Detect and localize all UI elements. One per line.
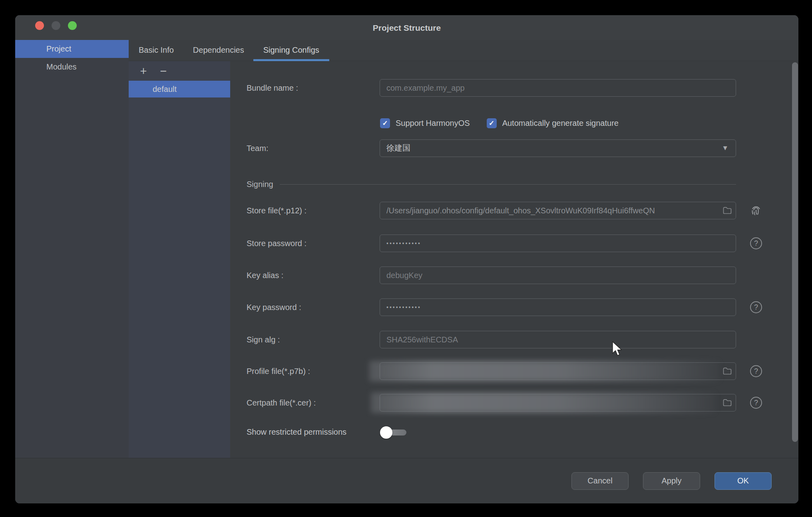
sign-alg-label: Sign alg :	[247, 331, 280, 348]
toggle-knob[interactable]	[380, 426, 392, 439]
sidebar: Project Modules	[15, 40, 129, 458]
folder-browse-icon[interactable]	[722, 399, 732, 407]
apply-button[interactable]: Apply	[643, 472, 700, 490]
key-password-help-icon[interactable]: ?	[750, 301, 762, 313]
show-restricted-permissions-toggle[interactable]	[380, 425, 408, 440]
title-bar: Project Structure	[15, 15, 798, 40]
sign-alg-input[interactable]	[380, 331, 736, 348]
fingerprint-icon[interactable]	[750, 205, 762, 217]
key-alias-input[interactable]	[380, 266, 736, 284]
ok-button[interactable]: OK	[714, 472, 772, 490]
add-config-button[interactable]: +	[138, 66, 149, 76]
config-list-toolbar: + −	[129, 61, 230, 81]
bundle-name-label: Bundle name :	[247, 79, 298, 97]
remove-config-button[interactable]: −	[158, 66, 169, 76]
store-password-help-icon[interactable]: ?	[750, 237, 762, 249]
key-alias-label: Key alias :	[247, 266, 283, 284]
team-select[interactable]: 徐建国 ▼	[380, 139, 736, 157]
store-password-input[interactable]	[380, 235, 736, 252]
auto-generate-signature-label: Automatically generate signature	[502, 119, 619, 128]
support-harmonyos-label: Support HarmonyOS	[396, 119, 470, 128]
show-restricted-permissions-label: Show restricted permissions	[247, 423, 346, 441]
signing-section-header: Signing	[247, 179, 736, 189]
tab-dependencies[interactable]: Dependencies	[193, 40, 244, 61]
certpath-file-help-icon[interactable]: ?	[750, 397, 762, 409]
folder-browse-icon[interactable]	[722, 207, 732, 215]
signing-configs-form: Bundle name : ✓ Support HarmonyOS ✓ Auto…	[230, 61, 798, 458]
chevron-down-icon[interactable]: ▼	[722, 140, 728, 157]
sidebar-item-project[interactable]: Project	[15, 40, 129, 58]
cancel-button[interactable]: Cancel	[571, 472, 629, 490]
key-password-label: Key password :	[247, 298, 301, 316]
bundle-name-input[interactable]	[380, 79, 736, 97]
checkbox-checked-icon[interactable]: ✓	[380, 118, 390, 128]
project-structure-dialog: Project Structure Project Modules Basic …	[15, 15, 798, 503]
profile-file-redaction-blur	[369, 361, 719, 382]
signing-options-row: ✓ Support HarmonyOS ✓ Automatically gene…	[380, 118, 619, 128]
vertical-scrollbar[interactable]	[792, 62, 798, 442]
tab-bar: Basic Info Dependencies Signing Configs	[129, 40, 798, 61]
signing-section-title: Signing	[247, 180, 273, 189]
team-selected-value: 徐建国	[386, 143, 410, 152]
store-file-label: Store file(*.p12) :	[247, 202, 306, 219]
tab-basic-info[interactable]: Basic Info	[139, 40, 174, 61]
window-title: Project Structure	[15, 15, 798, 40]
key-password-input[interactable]	[380, 298, 736, 316]
checkbox-checked-icon[interactable]: ✓	[487, 118, 497, 128]
store-file-input[interactable]	[380, 202, 736, 219]
sidebar-item-modules[interactable]: Modules	[15, 58, 129, 76]
store-password-label: Store password :	[247, 235, 306, 252]
team-label: Team:	[247, 139, 268, 157]
signing-config-list-panel: + − default	[129, 61, 230, 458]
certpath-file-label: Certpath file(*.cer) :	[247, 394, 316, 412]
tab-signing-configs[interactable]: Signing Configs	[263, 40, 319, 61]
config-list-item-default[interactable]: default	[129, 81, 230, 97]
section-divider	[280, 184, 736, 185]
screen: { "window": { "title": "Project Structur…	[0, 0, 812, 517]
certpath-file-redaction-blur	[371, 392, 715, 413]
support-harmonyos-checkbox[interactable]: ✓ Support HarmonyOS	[380, 118, 470, 128]
dialog-footer: Cancel Apply OK	[15, 458, 798, 503]
profile-file-help-icon[interactable]: ?	[750, 365, 762, 377]
profile-file-label: Profile file(*.p7b) :	[247, 362, 310, 380]
folder-browse-icon[interactable]	[722, 367, 732, 375]
auto-generate-signature-checkbox[interactable]: ✓ Automatically generate signature	[487, 118, 619, 128]
